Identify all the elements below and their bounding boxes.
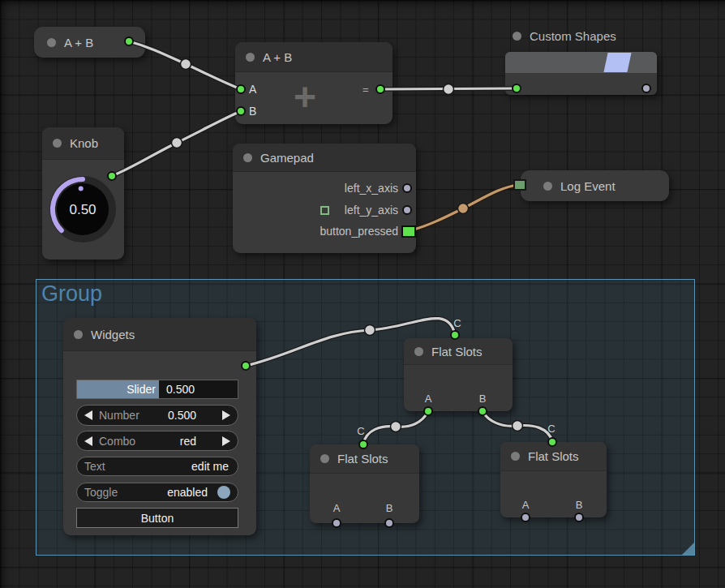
stepper-right-icon[interactable]: [222, 410, 230, 420]
toggle-value: enabled: [167, 486, 208, 499]
node-flat-slots-left[interactable]: Flat Slots: [310, 444, 419, 523]
output-label-left-x-axis: left_x_axis: [345, 182, 398, 195]
collapse-dot-icon[interactable]: [513, 32, 521, 41]
wire-add-to-add: [129, 41, 241, 89]
node-widgets[interactable]: Widgets Slider 0.500 Number 0.500 Combo …: [63, 318, 256, 535]
slider-fill[interactable]: Slider: [77, 380, 159, 398]
input-port-c[interactable]: [358, 440, 368, 449]
collapse-dot-icon[interactable]: [511, 452, 520, 461]
output-label-b: B: [576, 499, 583, 511]
node-title-bar[interactable]: Widgets: [63, 318, 256, 351]
output-port-button-pressed[interactable]: [401, 225, 416, 238]
number-value: 0.500: [168, 409, 196, 422]
node-title: Flat Slots: [528, 449, 579, 463]
parallelogram-shape-icon: [603, 53, 631, 72]
input-label-c: C: [357, 425, 364, 437]
toggle-widget[interactable]: Toggle enabled: [76, 483, 238, 502]
button-widget[interactable]: Button: [76, 508, 238, 528]
input-port-b[interactable]: [236, 106, 246, 116]
button-label: Button: [141, 512, 174, 525]
node-title: Custom Shapes: [530, 29, 616, 43]
stepper-right-icon[interactable]: [222, 436, 230, 446]
collapse-dot-icon[interactable]: [74, 330, 83, 339]
input-port-c[interactable]: [450, 330, 460, 340]
output-port-a[interactable]: [332, 518, 341, 528]
number-stepper[interactable]: Number 0.500: [76, 405, 238, 426]
combo-selector[interactable]: Combo red: [76, 431, 238, 451]
output-port-b[interactable]: [384, 518, 394, 528]
output-port-a[interactable]: [521, 513, 530, 522]
node-title-bar[interactable]: Gamepad: [233, 144, 416, 172]
output-port[interactable]: [641, 84, 651, 93]
log-event-input-port[interactable]: [513, 179, 526, 191]
stepper-left-icon[interactable]: [84, 410, 92, 420]
toggle-knob-icon[interactable]: [217, 486, 230, 499]
node-title-bar[interactable]: Flat Slots: [404, 338, 513, 365]
collapse-dot-icon[interactable]: [320, 454, 329, 463]
collapse-dot-icon[interactable]: [243, 153, 252, 162]
node-title: Flat Slots: [431, 345, 483, 358]
wire-midpoint-dot[interactable]: [181, 59, 191, 70]
collapse-dot-icon[interactable]: [53, 139, 62, 148]
node-title: Knob: [70, 136, 98, 150]
output-port-b[interactable]: [478, 406, 487, 416]
input-port-c[interactable]: [547, 437, 557, 447]
node-flat-slots-middle[interactable]: Flat Slots: [404, 338, 513, 411]
wire-midpoint-dot[interactable]: [172, 138, 182, 148]
node-title: Log Event: [560, 179, 616, 193]
output-label-equals: =: [362, 84, 369, 96]
group-resize-handle-icon[interactable]: [682, 543, 694, 555]
output-label-a: A: [425, 393, 432, 405]
wire-midpoint-dot[interactable]: [444, 84, 454, 95]
output-port-left-y-axis[interactable]: [402, 205, 412, 215]
knob-value: 0.50: [69, 202, 96, 217]
collapse-dot-icon[interactable]: [543, 182, 552, 191]
node-title-bar[interactable]: Knob: [42, 127, 124, 160]
node-custom-shapes[interactable]: [505, 52, 657, 95]
knob-output-port[interactable]: [107, 171, 117, 181]
output-label-a: A: [333, 502, 341, 514]
output-label-b: B: [386, 502, 393, 514]
collapse-dot-icon[interactable]: [246, 53, 255, 62]
node-knob[interactable]: Knob 0.50: [42, 127, 124, 260]
output-port-b[interactable]: [574, 513, 584, 522]
node-title: Gamepad: [260, 151, 314, 165]
collapse-dot-icon[interactable]: [414, 347, 423, 356]
text-value: edit me: [191, 460, 229, 473]
plus-operator-icon: +: [294, 75, 316, 119]
node-title-bar[interactable]: A + B: [235, 42, 393, 72]
output-label-a: A: [522, 499, 530, 511]
input-label-b: B: [249, 105, 256, 118]
output-port[interactable]: [124, 36, 134, 46]
output-port-left-x-axis[interactable]: [402, 183, 412, 193]
slider-widget[interactable]: Slider 0.500: [76, 380, 238, 399]
wire-gamepad-to-log-event: [408, 185, 519, 231]
wire-midpoint-dot[interactable]: [458, 204, 469, 214]
node-add[interactable]: A + B A B = +: [235, 42, 393, 124]
input-label-c: C: [453, 317, 461, 329]
collapse-dot-icon[interactable]: [47, 38, 56, 47]
knob-widget[interactable]: 0.50: [44, 170, 122, 248]
text-label: Text: [84, 460, 105, 473]
node-flat-slots-right[interactable]: Flat Slots: [500, 442, 607, 517]
stepper-left-icon[interactable]: [84, 436, 92, 446]
output-label-left-y-axis: left_y_axis: [345, 204, 398, 217]
node-gamepad[interactable]: Gamepad left_x_axis left_y_axis button_p…: [233, 144, 416, 253]
wire-add-to-custom-shapes: [380, 88, 517, 89]
node-log-event[interactable]: Log Event: [521, 170, 669, 201]
text-field[interactable]: Text edit me: [76, 457, 238, 476]
combo-value: red: [180, 435, 196, 448]
node-title: Flat Slots: [337, 452, 388, 466]
output-port-a[interactable]: [423, 406, 433, 416]
input-label-c: C: [547, 423, 555, 435]
group-title[interactable]: Group: [41, 281, 102, 307]
output-label-b: B: [479, 393, 487, 405]
output-port-equals[interactable]: [375, 84, 385, 94]
node-title: A + B: [263, 50, 292, 64]
custom-shapes-floating-title[interactable]: Custom Shapes: [513, 29, 616, 43]
input-port[interactable]: [512, 84, 521, 93]
slot-shape-square-icon: [320, 206, 329, 215]
widgets-output-port[interactable]: [241, 361, 251, 371]
input-port-a[interactable]: [236, 84, 246, 94]
output-label-button-pressed: button_pressed: [320, 225, 398, 238]
